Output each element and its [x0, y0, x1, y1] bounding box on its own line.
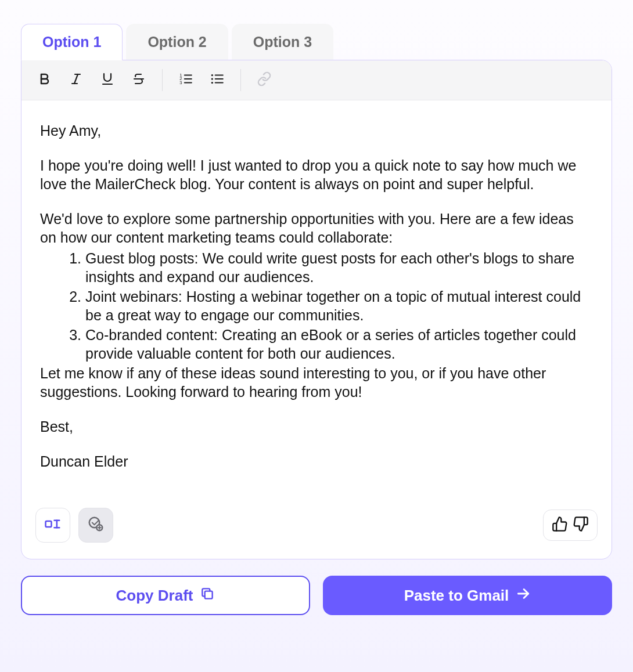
email-signature: Duncan Elder — [40, 452, 593, 471]
strikethrough-button[interactable] — [126, 67, 152, 93]
list-item: Guest blog posts: We could write guest p… — [85, 249, 593, 286]
button-label: Paste to Gmail — [404, 587, 509, 605]
svg-rect-20 — [205, 591, 213, 598]
list-item: Co-branded content: Creating an eBook or… — [85, 326, 593, 363]
unordered-list-button[interactable] — [204, 67, 230, 93]
bottom-button-row: Copy Draft Paste to Gmail — [21, 576, 612, 615]
thumbs-up-button[interactable] — [552, 516, 568, 534]
tab-label: Option 3 — [253, 34, 312, 50]
list-item: Joint webinars: Hosting a webinar togeth… — [85, 287, 593, 324]
bold-button[interactable] — [32, 67, 57, 93]
paste-to-gmail-button[interactable]: Paste to Gmail — [323, 576, 612, 615]
editor-card: 123 Hey Amy, I hope you're doing well! I… — [21, 60, 612, 559]
link-button[interactable] — [251, 67, 277, 93]
ordered-list-icon: 123 — [178, 71, 193, 89]
svg-line-2 — [74, 74, 78, 84]
ordered-list-button[interactable]: 123 — [173, 67, 199, 93]
button-label: Copy Draft — [116, 587, 193, 605]
email-signoff: Best, — [40, 417, 593, 436]
tab-label: Option 2 — [148, 34, 206, 50]
editor-toolbar: 123 — [21, 60, 612, 100]
editor-actions-row — [21, 497, 612, 559]
tab-option-3[interactable]: Option 3 — [232, 24, 333, 60]
svg-point-15 — [211, 78, 213, 80]
tab-option-1[interactable]: Option 1 — [21, 24, 123, 60]
bold-icon — [38, 72, 52, 88]
svg-point-14 — [211, 74, 213, 76]
link-icon — [257, 71, 272, 89]
tone-adjust-icon — [87, 515, 105, 535]
email-body[interactable]: Hey Amy, I hope you're doing well! I jus… — [21, 100, 612, 497]
svg-point-16 — [211, 82, 213, 84]
thumbs-down-button[interactable] — [573, 516, 589, 534]
unordered-list-icon — [210, 71, 225, 89]
toolbar-separator — [240, 69, 241, 91]
svg-text:3: 3 — [179, 80, 182, 85]
feedback-buttons — [543, 510, 598, 541]
strikethrough-icon — [132, 72, 146, 88]
email-ideas-list: Guest blog posts: We could write guest p… — [40, 249, 593, 363]
email-greeting: Hey Amy, — [40, 121, 593, 140]
tab-option-2[interactable]: Option 2 — [126, 24, 228, 60]
copy-icon — [200, 586, 215, 605]
arrow-right-icon — [516, 586, 531, 605]
toolbar-separator — [162, 69, 163, 91]
italic-button[interactable] — [63, 67, 89, 93]
email-intro: I hope you're doing well! I just wanted … — [40, 156, 593, 193]
email-closing-line: Let me know if any of these ideas sound … — [40, 364, 593, 401]
italic-icon — [69, 72, 83, 88]
option-tabs: Option 1 Option 2 Option 3 — [21, 23, 612, 60]
svg-rect-17 — [46, 521, 52, 527]
tab-label: Option 1 — [42, 34, 101, 50]
underline-button[interactable] — [95, 67, 120, 93]
email-lead-in: We'd love to explore some partnership op… — [40, 209, 593, 247]
underline-icon — [100, 72, 114, 88]
tone-adjust-button[interactable] — [78, 508, 113, 543]
copy-draft-button[interactable]: Copy Draft — [21, 576, 310, 615]
rename-icon — [44, 515, 62, 535]
rename-button[interactable] — [35, 508, 70, 543]
